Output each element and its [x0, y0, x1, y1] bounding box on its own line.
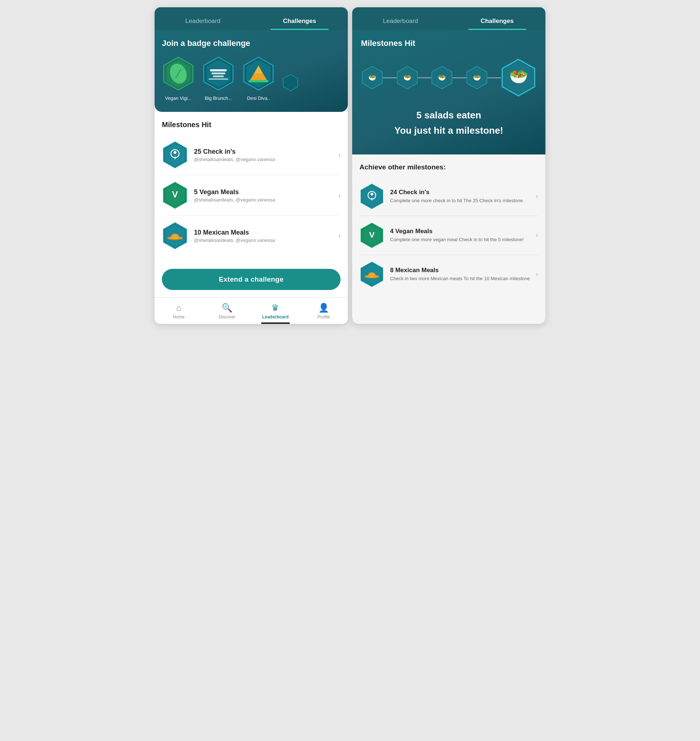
svg-rect-7 — [210, 69, 227, 71]
svg-text:🥗: 🥗 — [473, 73, 481, 82]
nav-leaderboard-label: Leaderboard — [262, 314, 289, 320]
badge-item-brunch[interactable]: Big Brunch... — [202, 55, 235, 101]
nav-discover[interactable]: 🔍 Discover — [203, 301, 251, 321]
badge-label-vegan: Vegan Vigi... — [165, 95, 192, 101]
achieve-hex-mexican — [359, 260, 384, 289]
progress-hex-3: 🥗 — [431, 65, 453, 90]
tab-challenges-right[interactable]: Challenges — [449, 14, 546, 30]
achieve-name-mexican: 8 Mexican Meals — [390, 267, 536, 274]
tab-leaderboard-right[interactable]: Leaderboard — [352, 14, 449, 30]
milestone-sub-checkin: @shetalksandeats, @vegano.vanessa — [194, 157, 335, 162]
top-tabs-right: Leaderboard Challenges — [352, 7, 546, 30]
badge-partial — [282, 65, 299, 101]
progress-line-2 — [418, 77, 432, 78]
checkin-hex-left — [162, 140, 188, 170]
svg-text:V: V — [369, 230, 374, 239]
tab-leaderboard-left[interactable]: Leaderboard — [154, 14, 251, 30]
desi-badge-hex — [242, 55, 275, 92]
home-icon: ⌂ — [176, 303, 182, 313]
achieve-info-vegan: 4 Vegan Meals Complete one more vegan me… — [390, 228, 536, 243]
progress-track: 🥗 🥗 🥗 🥗 — [361, 57, 537, 98]
milestone-row-vegan[interactable]: V 5 Vegan Meals @shetalksandeats, @vegan… — [162, 175, 341, 216]
achieve-row-mexican[interactable]: 8 Mexican Meals Check in two more Mexica… — [359, 255, 538, 293]
progress-hex-large: 🥗 — [500, 57, 537, 98]
achieve-section: Achieve other milestones: 24 Check in's … — [352, 154, 546, 324]
right-screen: Leaderboard Challenges Milestones Hit 🥗 … — [352, 7, 546, 324]
milestone-info-mexican: 10 Mexican Meals @shetalksandeats, @vega… — [194, 229, 335, 243]
svg-marker-16 — [283, 75, 298, 91]
milestone-info-vegan: 5 Vegan Meals @shetalksandeats, @vegano.… — [194, 188, 335, 202]
svg-text:V: V — [172, 189, 178, 199]
badge-label-desi: Desi Diva.. — [247, 95, 270, 101]
chevron-vegan-right: › — [536, 231, 538, 239]
achieve-row-vegan[interactable]: V 4 Vegan Meals Complete one more vegan … — [359, 216, 538, 255]
svg-rect-10 — [209, 78, 228, 80]
achieve-desc-mexican: Check in two more Mexican meals To hit t… — [390, 276, 536, 282]
vegan-hex-left: V — [162, 180, 188, 210]
milestone-name-checkin: 25 Check in's — [194, 148, 335, 156]
progress-hex-1: 🥗 — [361, 65, 384, 90]
achieve-title: Achieve other milestones: — [359, 163, 538, 171]
svg-point-44 — [371, 193, 374, 196]
search-icon: 🔍 — [222, 303, 232, 313]
screens-container: Leaderboard Challenges Join a badge chal… — [0, 0, 700, 331]
nav-discover-label: Discover — [218, 314, 235, 320]
svg-rect-9 — [213, 75, 224, 77]
svg-rect-15 — [249, 80, 268, 82]
badge-item-vegan[interactable]: Vegan Vigi... — [162, 55, 195, 101]
chevron-mexican-right: › — [536, 270, 538, 278]
milestones-section-left: Milestones Hit 25 Check in's @shetalksan… — [154, 112, 348, 261]
achieve-desc-checkin: Complete one more check in to hit The 25… — [390, 197, 536, 204]
crown-icon: ♛ — [271, 303, 279, 313]
milestone-row-checkin[interactable]: 25 Check in's @shetalksandeats, @vegano.… — [162, 135, 341, 175]
achieve-name-checkin: 24 Check in's — [390, 189, 536, 196]
chevron-checkin-right: › — [536, 192, 538, 200]
extend-btn-wrap: Extend a challenge — [154, 261, 348, 297]
badge-section: Join a badge challenge Vegan Vigi... — [154, 30, 348, 112]
nav-underline — [261, 323, 290, 324]
nav-leaderboard[interactable]: ♛ Leaderboard — [251, 301, 300, 321]
achieve-row-checkin[interactable]: 24 Check in's Complete one more check in… — [359, 177, 538, 216]
achieve-hex-vegan: V — [359, 221, 384, 249]
milestone-name-mexican: 10 Mexican Meals — [194, 229, 335, 236]
milestone-sub-mexican: @shetalksandeats, @vegano.vanessa — [194, 238, 335, 243]
svg-text:🥗: 🥗 — [438, 73, 446, 82]
svg-text:🥗: 🥗 — [403, 73, 412, 82]
progress-line-1 — [383, 77, 397, 78]
tab-challenges-left[interactable]: Challenges — [251, 14, 348, 30]
progress-hex-4: 🥗 — [466, 65, 488, 90]
svg-text:🥗: 🥗 — [368, 73, 376, 82]
progress-line-4 — [487, 77, 501, 78]
progress-hex-2: 🥗 — [396, 65, 419, 90]
milestones-hit-title: Milestones Hit — [361, 39, 537, 48]
brunch-badge-hex — [202, 55, 235, 92]
nav-home[interactable]: ⌂ Home — [154, 301, 203, 321]
milestones-title-left: Milestones Hit — [162, 120, 341, 129]
svg-point-20 — [174, 151, 176, 154]
achieve-info-checkin: 24 Check in's Complete one more check in… — [390, 189, 536, 204]
nav-profile[interactable]: 👤 Profile — [300, 301, 348, 321]
nav-profile-label: Profile — [318, 314, 330, 320]
achieve-info-mexican: 8 Mexican Meals Check in two more Mexica… — [390, 267, 536, 282]
achieve-desc-vegan: Complete one more vegan meal Check in to… — [390, 236, 536, 243]
milestone-msg-line2: You just hit a milestone! — [361, 125, 537, 137]
badge-item-desi[interactable]: Desi Diva.. — [242, 55, 275, 101]
milestones-hit-header: Milestones Hit 🥗 🥗 🥗 — [352, 30, 546, 154]
vegan-badge-hex — [162, 55, 195, 92]
achieve-hex-checkin — [359, 182, 384, 211]
chevron-right-mexican: › — [338, 232, 341, 240]
milestone-row-mexican[interactable]: 10 Mexican Meals @shetalksandeats, @vega… — [162, 216, 341, 256]
progress-line-3 — [453, 77, 466, 78]
achieve-name-vegan: 4 Vegan Meals — [390, 228, 536, 235]
top-tabs-left: Leaderboard Challenges — [154, 7, 348, 30]
badge-section-title: Join a badge challenge — [162, 39, 341, 48]
milestone-msg-line1: 5 salads eaten — [361, 109, 537, 122]
svg-text:🥗: 🥗 — [509, 67, 528, 86]
chevron-right-checkin: › — [338, 151, 341, 159]
mexican-hex-left — [162, 221, 188, 251]
badge-icons-row: Vegan Vigi... Big Brunch... — [162, 55, 341, 101]
extend-challenge-button[interactable]: Extend a challenge — [162, 269, 341, 290]
milestone-sub-vegan: @shetalksandeats, @vegano.vanessa — [194, 197, 335, 202]
svg-rect-8 — [212, 72, 225, 74]
nav-home-label: Home — [173, 314, 184, 320]
